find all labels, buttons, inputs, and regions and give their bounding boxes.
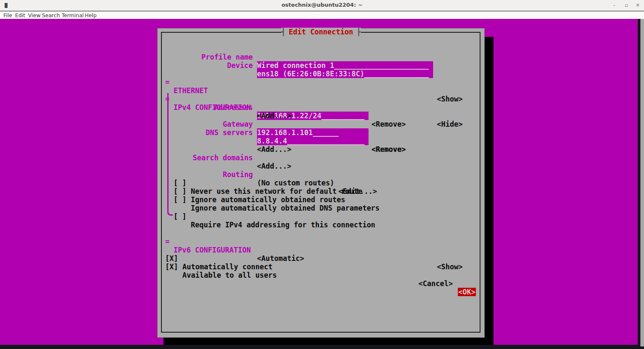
device-label: Device — [158, 61, 253, 70]
add-dns-row: <Add...> — [158, 137, 484, 145]
dialog-title-text: Edit Connection — [286, 28, 357, 36]
menu-edit[interactable]: Edit — [15, 12, 25, 18]
checkbox-auto-connect-row: [X] Automatically connect — [158, 246, 484, 254]
window-title: ostechnix@ubuntu2204: ~ — [0, 2, 644, 8]
require-ipv4-label[interactable]: Require IPv4 addressing for this connect… — [191, 221, 375, 229]
dialog-shadow-right — [484, 37, 493, 337]
search-domains-label: Search domains — [158, 154, 253, 162]
checkbox-require-ipv4-row: [ ] Require IPv4 addressing for this con… — [158, 204, 484, 212]
ipv4-section-row: = IPv4 CONFIGURATION <Manual> <Hide> — [158, 86, 484, 95]
minimize-button[interactable]: – — [610, 1, 618, 10]
ignore-dns-checkbox[interactable]: [ ] — [174, 195, 187, 204]
maximize-button[interactable]: ▫ — [622, 1, 631, 10]
auto-connect-label[interactable]: Automatically connect — [182, 263, 273, 271]
edit-connection-dialog: ┤Edit Connection├ Profile name Wired con… — [158, 29, 484, 337]
dns-server-2-row: 8.8.4.4__________________ <Remove> — [158, 128, 484, 137]
dialog-shadow-bottom — [164, 337, 493, 345]
all-users-checkbox[interactable]: [X] — [165, 263, 178, 271]
dns-servers-row: DNS servers 8.8.8.8__________________ <R… — [158, 120, 484, 128]
add-address-row: <Add...> — [158, 103, 484, 112]
addresses-row: Addresses 192.168.1.22/24__________ <Rem… — [158, 95, 484, 103]
checkbox-never-default-route-row: [ ] Never use this network for default r… — [158, 170, 484, 179]
cancel-button[interactable]: <Cancel> — [418, 279, 453, 288]
routing-row: Routing (No custom routes) <Edit...> — [158, 162, 484, 170]
menu-help[interactable]: Help — [85, 12, 97, 18]
ipv6-section-row: = IPv6 CONFIGURATION <Automatic> <Show> — [158, 229, 484, 237]
device-row: Device ens18 (6E:26:0B:8E:33:8C)________… — [158, 53, 484, 61]
ok-button[interactable]: <OK> — [458, 288, 476, 296]
close-button[interactable]: ✕ — [634, 1, 642, 10]
checkbox-ignore-dns-row: [ ] Ignore automatically obtained DNS pa… — [158, 187, 484, 195]
title-tick-left: ┤ — [281, 28, 285, 36]
ignore-routes-label[interactable]: Ignore automatically obtained routes — [191, 195, 345, 204]
menu-file[interactable]: File — [3, 12, 12, 18]
title-tick-right: ├ — [356, 28, 361, 36]
ipv6-section-marker: = — [165, 237, 169, 246]
profile-name-row: Profile name Wired connection 1_________… — [158, 44, 484, 53]
dialog-title: ┤Edit Connection├ — [281, 28, 361, 37]
ethernet-section-row: = ETHERNET <Show> — [158, 70, 484, 78]
checkbox-all-users-row: [X] Available to all users — [158, 254, 484, 263]
menu-terminal[interactable]: Terminal — [62, 12, 84, 18]
profile-name-input[interactable]: Wired connection 1______________________ — [257, 61, 433, 70]
menu-search[interactable]: Search — [42, 12, 60, 18]
gateway-row: Gateway 192.168.1.101______ — [158, 112, 484, 120]
menu-view[interactable]: View — [28, 12, 41, 18]
require-ipv4-checkbox[interactable]: [ ] — [174, 212, 187, 221]
checkbox-ignore-routes-row: [ ] Ignore automatically obtained routes — [158, 179, 484, 187]
scrollbar-thumb[interactable] — [640, 19, 644, 346]
dialog-buttons-row: <Cancel> <OK> — [158, 271, 484, 279]
scrollbar-track — [638, 19, 644, 349]
ethernet-section-marker: = — [165, 78, 169, 86]
ipv6-show-button[interactable]: <Show> — [437, 263, 462, 271]
titlebar: ostechnix@ubuntu2204: ~ – ▫ ✕ — [0, 0, 644, 11]
search-domains-row: Search domains <Add...> — [158, 145, 484, 154]
menubar: File Edit View Search Terminal Help — [0, 11, 644, 19]
